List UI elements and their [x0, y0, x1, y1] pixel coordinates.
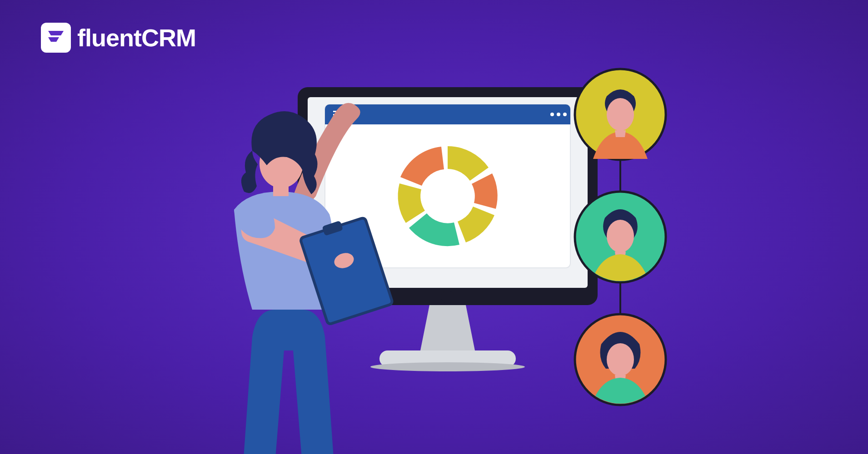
svg-point-17	[607, 98, 634, 131]
svg-point-13	[563, 113, 567, 116]
svg-point-12	[557, 113, 560, 116]
brand-logo-icon	[41, 23, 71, 53]
brand-logo-text: fluentCRM	[77, 24, 196, 52]
brand-logo: fluentCRM	[41, 23, 196, 53]
svg-point-11	[550, 113, 554, 116]
svg-rect-7	[325, 120, 570, 124]
svg-point-4	[441, 291, 454, 303]
svg-point-3	[370, 362, 525, 371]
hero-illustration	[184, 55, 684, 454]
svg-point-21	[607, 220, 634, 252]
avatar-3-icon	[575, 314, 666, 410]
svg-point-24	[607, 343, 634, 376]
